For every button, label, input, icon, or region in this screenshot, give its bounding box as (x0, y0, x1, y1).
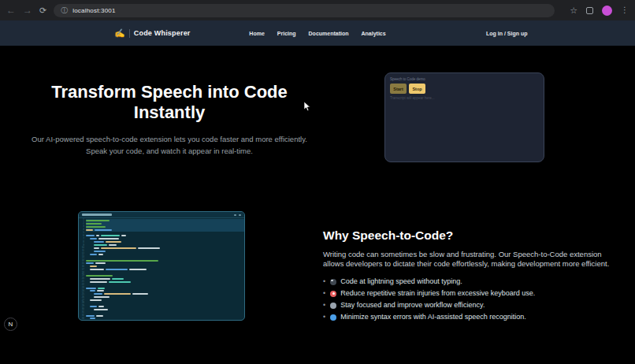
brand-name: Code Whisperer (134, 29, 191, 37)
editor-code: 1234567891011121314151617181920212223242… (79, 218, 244, 321)
start-button[interactable]: Start (390, 84, 407, 94)
editor-window-icons (234, 214, 241, 216)
brand-divider (129, 29, 130, 38)
chrome-actions: ☆ ⋮ (570, 6, 629, 16)
nextjs-dev-badge[interactable]: N (4, 318, 17, 331)
login-signup-link[interactable]: Log in / Sign up (486, 20, 528, 46)
hero-title: Transform Speech into Code Instantly (24, 82, 315, 123)
benefit-item: • Code at lightning speed without typing… (323, 277, 616, 287)
benefit-item: • Reduce repetitive strain injuries from… (323, 289, 616, 299)
bullet-dot: • (323, 277, 325, 287)
nav-links: Home Pricing Documentation Analytics (249, 20, 385, 46)
forward-icon[interactable]: → (23, 6, 32, 15)
magnifier-icon (330, 314, 336, 321)
bullet-dot: • (323, 301, 325, 310)
side-panel-icon[interactable] (586, 7, 593, 14)
demo-hint: Transcript will appear here... (390, 96, 539, 100)
benefit-text: Stay focused and improve workflow effici… (340, 301, 485, 310)
demo-label: Speech to Code demo (390, 77, 539, 81)
benefit-text: Code at lightning speed without typing. (340, 277, 462, 287)
benefit-text: Minimize syntax errors with AI-assisted … (340, 313, 526, 322)
nav-link-home[interactable]: Home (249, 31, 264, 36)
nav-link-documentation[interactable]: Documentation (309, 31, 349, 36)
hero-section: Transform Speech into Code Instantly Our… (24, 82, 315, 157)
bullet-dot: • (323, 289, 325, 299)
profile-avatar[interactable] (602, 6, 612, 16)
browser-toolbar: ← → ⟳ ⓘ localhost:3001 ☆ ⋮ (0, 0, 635, 20)
page-body: Transform Speech into Code Instantly Our… (0, 46, 635, 364)
url-text: localhost:3001 (72, 7, 115, 14)
nav-link-pricing[interactable]: Pricing (277, 31, 296, 36)
editor-file-tab (82, 214, 112, 216)
editor-screenshot: 1234567891011121314151617181920212223242… (78, 211, 245, 321)
benefit-text: Reduce repetitive strain injuries from e… (340, 289, 535, 299)
benefit-list: • Code at lightning speed without typing… (323, 277, 616, 322)
lightning-icon (330, 279, 336, 285)
why-paragraph: Writing code can sometimes be slow and f… (323, 250, 616, 269)
benefit-item: • Minimize syntax errors with AI-assiste… (323, 313, 616, 322)
editor-tab-bar (79, 212, 244, 218)
benefit-item: • Stay focused and improve workflow effi… (323, 301, 616, 310)
site-navbar: ✍ Code Whisperer Home Pricing Documentat… (0, 20, 635, 46)
bookmark-star-icon[interactable]: ☆ (570, 6, 577, 15)
why-heading: Why Speech-to-Code? (323, 228, 616, 243)
demo-panel: Speech to Code demo Start Stop Transcrip… (384, 72, 544, 162)
target-icon (330, 291, 336, 297)
writing-hand-logo-icon: ✍ (114, 29, 125, 38)
why-section: Why Speech-to-Code? Writing code can som… (323, 228, 616, 325)
site-info-icon[interactable]: ⓘ (61, 7, 68, 14)
demo-buttons: Start Stop (390, 84, 539, 94)
stop-button[interactable]: Stop (409, 84, 425, 94)
back-icon[interactable]: ← (6, 6, 16, 15)
address-bar[interactable]: ⓘ localhost:3001 (54, 4, 555, 17)
reload-icon[interactable]: ⟳ (39, 6, 46, 15)
tools-icon (330, 303, 336, 309)
bullet-dot: • (323, 313, 325, 322)
nav-link-analytics[interactable]: Analytics (362, 31, 386, 36)
hero-subtitle: Our AI-powered speech-to-code extension … (24, 134, 315, 157)
brand[interactable]: ✍ Code Whisperer (114, 20, 191, 46)
browser-menu-icon[interactable]: ⋮ (621, 6, 629, 14)
code-line: 34 (79, 320, 244, 321)
